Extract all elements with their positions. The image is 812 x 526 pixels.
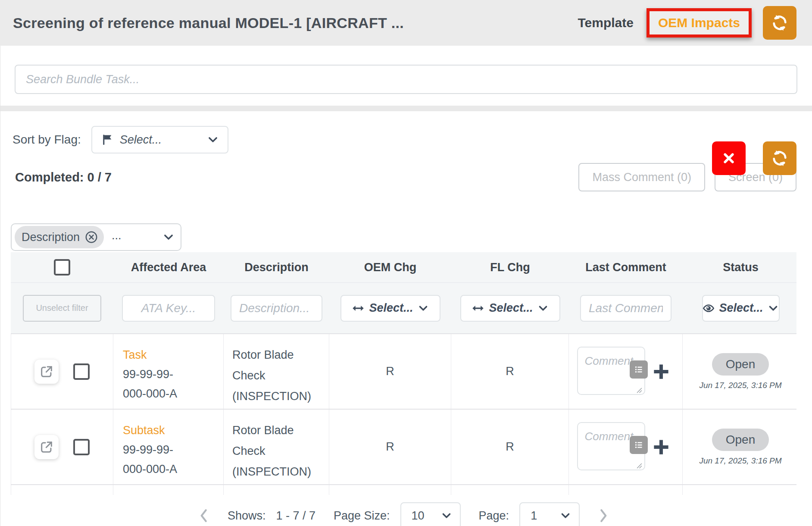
header-cell-select [11,252,113,282]
list-icon [633,439,644,451]
page-size-label: Page Size: [334,509,390,523]
header-cell-description: Description [224,252,329,282]
oem-impacts-link[interactable]: OEM Impacts [658,16,740,30]
chevron-down-icon [441,510,452,521]
oem-chg-filter-select[interactable]: Select... [340,295,440,322]
flag-select-value: Select... [120,133,207,147]
row-type-label[interactable]: Task [123,345,223,365]
table-row: Subtask 99-99-99- 000-000-A Rotor Blade … [11,409,796,484]
last-comment-filter-input[interactable] [580,295,671,322]
unselect-filter-button[interactable]: Unselect filter [23,295,101,322]
table-filter-row: Unselect filter [11,282,796,333]
oem-impacts-annotation-box: OEM Impacts [646,8,752,38]
row-checkbox[interactable] [73,363,90,380]
status-badge[interactable]: Open [712,429,769,451]
open-task-button[interactable] [34,360,59,384]
panel-actions [712,141,796,175]
sort-by-flag-label: Sort by Flag: [12,133,81,147]
open-task-button[interactable] [34,435,59,459]
content-panel: Sort by Flag: Select... [0,126,812,526]
fl-chg-select-value: Select... [489,301,533,315]
ata-key-line2: 000-000-A [123,460,223,479]
row-oem-chg: R [329,410,451,484]
ata-key-line1: 99-99-99- [123,440,223,460]
clear-filters-button[interactable] [712,141,746,175]
sort-row: Sort by Flag: Select... [11,126,796,153]
header-cell-status: Status [683,252,796,282]
completed-counter: Completed: 0 / 7 [15,170,112,185]
pagination-bar: Shows: 1 - 7 / 7 Page Size: 10 Page: [11,502,796,526]
comment-list-button[interactable] [630,436,648,454]
chevron-down-icon [768,303,779,314]
previous-page-button[interactable] [197,508,209,523]
resize-handle-icon[interactable] [637,388,642,393]
column-filter-multiselect[interactable]: Description ... [11,223,181,251]
row-fl-chg: R [451,334,569,409]
eye-icon [703,302,715,314]
page-title: Screening of reference manual MODEL-1 [A… [13,15,578,31]
status-select-value: Select... [719,301,763,315]
table-header-row: Affected Area Description OEM Chg FL Chg… [11,252,796,282]
header-cell-fl-chg: FL Chg [451,252,569,282]
status-date: Jun 17, 2025, 3:16 PM [699,456,781,466]
chevron-down-icon [537,303,549,314]
external-link-icon [39,364,54,379]
header-cell-oem-chg: OEM Chg [329,252,451,282]
header-cell-affected-area: Affected Area [113,252,224,282]
chip-more-label: ... [112,229,162,242]
status-filter-select[interactable]: Select... [702,295,780,322]
shows-value: 1 - 7 / 7 [276,509,315,523]
shows-label: Shows: [228,509,266,523]
header-cell-last-comment: Last Comment [569,252,683,282]
left-right-arrow-icon [472,302,484,315]
description-filter-input[interactable] [231,295,322,322]
list-icon [633,364,644,375]
search-input[interactable] [15,65,797,94]
add-comment-button[interactable] [652,438,670,456]
row-description: Rotor Blade Check (INSPECTION) [224,410,329,484]
table-row: Task 99-99-99- 000-000-A Rotor Blade Che… [11,333,796,409]
page-size-select[interactable]: 10 [400,502,461,526]
next-page-button[interactable] [598,508,610,523]
refresh-button-panel[interactable] [763,141,796,175]
mass-comment-button[interactable]: Mass Comment (0) [578,163,705,191]
left-right-arrow-icon [352,302,365,315]
page-select[interactable]: 1 [519,502,580,526]
sort-by-flag-select[interactable]: Select... [91,126,228,153]
bundle-task-table: Affected Area Description OEM Chg FL Chg… [11,252,796,495]
refresh-button-header[interactable] [763,6,796,40]
ata-key-filter-input[interactable] [122,295,215,322]
page-body: Sort by Flag: Select... [0,46,812,526]
ata-key-line1: 99-99-99- [123,365,223,384]
row-checkbox[interactable] [73,439,90,455]
description-filter-chip: Description [15,226,104,248]
page-size-value: 10 [412,509,425,523]
resize-handle-icon[interactable] [637,463,642,469]
chip-label: Description [22,231,80,244]
select-all-checkbox[interactable] [54,259,70,276]
table-row-partial [11,484,796,495]
fl-chg-filter-select[interactable]: Select... [460,295,560,322]
remove-chip-icon[interactable] [84,230,99,244]
status-date: Jun 17, 2025, 3:16 PM [699,381,781,390]
row-fl-chg: R [451,410,569,484]
page-label: Page: [479,509,509,523]
page-value: 1 [531,509,537,523]
add-comment-button[interactable] [652,363,670,381]
template-label: Template [578,16,633,30]
flag-icon [101,133,114,146]
comment-list-button[interactable] [630,360,648,379]
search-section [0,46,812,106]
ata-key-line2: 000-000-A [123,384,223,404]
completed-row: Completed: 0 / 7 Mass Comment (0) Screen… [11,163,796,191]
chevron-down-icon [418,303,429,314]
status-badge[interactable]: Open [712,353,769,376]
section-divider [0,106,812,111]
refresh-icon [771,14,789,32]
row-type-label[interactable]: Subtask [123,421,223,440]
close-icon [722,152,735,165]
plus-icon [652,363,670,381]
refresh-icon [771,149,789,167]
chevron-down-icon [207,134,219,146]
external-link-icon [39,440,54,454]
